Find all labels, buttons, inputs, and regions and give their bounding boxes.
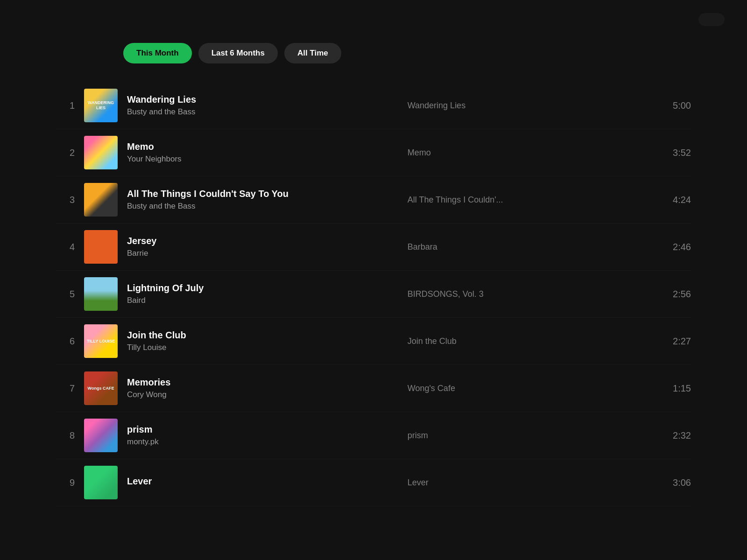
- track-artist: Cory Wong: [127, 390, 389, 399]
- track-row[interactable]: 6 TILLY LOUISE Join the Club Tilly Louis…: [56, 318, 691, 365]
- track-album: prism: [408, 431, 644, 441]
- track-row[interactable]: 8 prism monty.pk prism 2:32: [56, 412, 691, 459]
- track-album: Memo: [408, 148, 644, 158]
- filter-this-month[interactable]: This Month: [123, 43, 192, 63]
- track-title: Memo: [127, 141, 389, 152]
- track-art: Wongs CAFE: [84, 371, 118, 405]
- track-duration: 2:32: [644, 430, 691, 441]
- track-duration: 5:00: [644, 100, 691, 111]
- art-label: Wongs CAFE: [86, 384, 116, 393]
- track-art: [84, 277, 118, 311]
- track-number: 5: [56, 289, 84, 300]
- track-info: Memories Cory Wong: [127, 377, 408, 399]
- track-row[interactable]: 4 Jersey Barrie Barbara 2:46: [56, 224, 691, 271]
- filter-last-6-months[interactable]: Last 6 Months: [198, 43, 278, 63]
- track-number: 3: [56, 195, 84, 205]
- track-title: Lightning Of July: [127, 283, 389, 294]
- track-title: prism: [127, 424, 389, 435]
- track-artist: Busty and the Bass: [127, 202, 389, 211]
- track-title: Jersey: [127, 236, 389, 246]
- track-title: Join the Club: [127, 330, 389, 341]
- track-title: Wandering Lies: [127, 94, 389, 105]
- track-info: Lightning Of July Baird: [127, 283, 408, 305]
- track-info: Join the Club Tilly Louise: [127, 330, 408, 352]
- page-header: This Month Last 6 Months All Time: [0, 26, 747, 63]
- track-artist: Barrie: [127, 249, 389, 258]
- track-artist: Tilly Louise: [127, 343, 389, 352]
- track-row[interactable]: 3 All The Things I Couldn't Say To You B…: [56, 176, 691, 224]
- track-row[interactable]: 7 Wongs CAFE Memories Cory Wong Wong's C…: [56, 365, 691, 412]
- track-album: Barbara: [408, 242, 644, 252]
- time-filters: This Month Last 6 Months All Time: [123, 43, 341, 63]
- top-bar: [0, 0, 747, 26]
- track-row[interactable]: 5 Lightning Of July Baird BIRDSONGS, Vol…: [56, 271, 691, 318]
- track-row[interactable]: 9 Lever Lever 3:06: [56, 459, 691, 506]
- track-duration: 3:52: [644, 147, 691, 158]
- track-art: [84, 466, 118, 499]
- track-art: [84, 136, 118, 169]
- track-number: 9: [56, 477, 84, 488]
- track-art: [84, 419, 118, 452]
- track-number: 6: [56, 336, 84, 347]
- track-art: [84, 183, 118, 217]
- track-duration: 4:24: [644, 195, 691, 205]
- track-duration: 2:27: [644, 336, 691, 347]
- track-duration: 3:06: [644, 477, 691, 488]
- track-art: TILLY LOUISE: [84, 324, 118, 358]
- track-duration: 2:56: [644, 289, 691, 300]
- filter-all-time[interactable]: All Time: [284, 43, 341, 63]
- track-number: 1: [56, 100, 84, 111]
- track-album: Wong's Cafe: [408, 384, 644, 393]
- tracks-list: 1 WANDERING LIES Wandering Lies Busty an…: [0, 63, 747, 506]
- track-info: Lever: [127, 476, 408, 489]
- track-artist: Baird: [127, 296, 389, 305]
- track-title: All The Things I Couldn't Say To You: [127, 189, 389, 199]
- track-number: 4: [56, 242, 84, 252]
- track-art: WANDERING LIES: [84, 89, 118, 122]
- track-row[interactable]: 2 Memo Your Neighbors Memo 3:52: [56, 129, 691, 176]
- logout-button[interactable]: [698, 13, 725, 26]
- track-album: BIRDSONGS, Vol. 3: [408, 289, 644, 299]
- track-info: All The Things I Couldn't Say To You Bus…: [127, 189, 408, 211]
- track-number: 7: [56, 383, 84, 394]
- track-duration: 1:15: [644, 383, 691, 394]
- track-number: 8: [56, 430, 84, 441]
- track-info: Wandering Lies Busty and the Bass: [127, 94, 408, 117]
- art-label: WANDERING LIES: [84, 98, 118, 112]
- track-art: [84, 230, 118, 264]
- track-album: Wandering Lies: [408, 101, 644, 111]
- track-number: 2: [56, 147, 84, 158]
- art-label: TILLY LOUISE: [85, 337, 117, 346]
- track-info: prism monty.pk: [127, 424, 408, 447]
- track-artist: Your Neighbors: [127, 154, 389, 164]
- track-album: Join the Club: [408, 336, 644, 346]
- track-row[interactable]: 1 WANDERING LIES Wandering Lies Busty an…: [56, 82, 691, 129]
- track-info: Memo Your Neighbors: [127, 141, 408, 164]
- track-album: Lever: [408, 478, 644, 488]
- track-artist: Busty and the Bass: [127, 107, 389, 117]
- track-artist: monty.pk: [127, 437, 389, 447]
- track-album: All The Things I Couldn'...: [408, 195, 644, 205]
- track-title: Lever: [127, 476, 389, 487]
- track-duration: 2:46: [644, 242, 691, 252]
- track-info: Jersey Barrie: [127, 236, 408, 258]
- track-title: Memories: [127, 377, 389, 388]
